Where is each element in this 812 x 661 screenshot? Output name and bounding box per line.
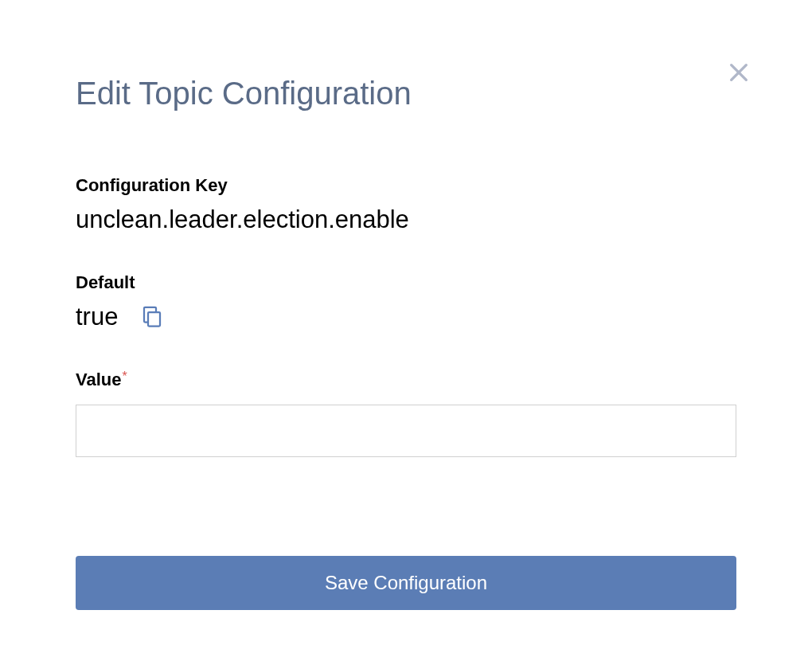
copy-icon bbox=[140, 304, 164, 330]
copy-default-button[interactable] bbox=[140, 304, 164, 330]
value-field-group: Value* bbox=[76, 370, 736, 457]
save-configuration-button[interactable]: Save Configuration bbox=[76, 556, 736, 610]
svg-rect-2 bbox=[148, 312, 160, 327]
close-button[interactable] bbox=[724, 59, 753, 88]
default-field: Default true bbox=[76, 272, 736, 331]
default-value: true bbox=[76, 303, 118, 331]
close-icon bbox=[726, 60, 751, 88]
value-input[interactable] bbox=[76, 405, 736, 457]
config-key-value: unclean.leader.election.enable bbox=[76, 205, 736, 234]
dialog-title: Edit Topic Configuration bbox=[76, 76, 736, 111]
value-label: Value bbox=[76, 370, 121, 390]
default-label: Default bbox=[76, 272, 736, 293]
edit-topic-config-dialog: Edit Topic Configuration Configuration K… bbox=[0, 0, 812, 610]
config-key-label: Configuration Key bbox=[76, 175, 736, 196]
config-key-field: Configuration Key unclean.leader.electio… bbox=[76, 175, 736, 234]
required-indicator: * bbox=[122, 370, 127, 383]
